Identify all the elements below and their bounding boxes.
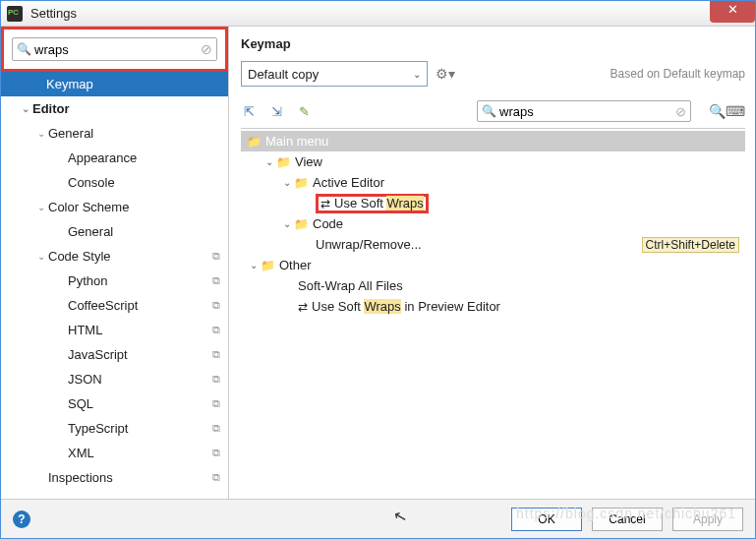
app-icon bbox=[7, 6, 23, 22]
tree-label: TypeScript bbox=[68, 421, 212, 436]
override-icon: ⧉ bbox=[212, 324, 220, 336]
sidebar-item[interactable]: Appearance bbox=[1, 146, 228, 170]
chevron-down-icon: ⌄ bbox=[280, 218, 294, 229]
window-title: Settings bbox=[30, 6, 77, 21]
folder-icon: 📁 bbox=[261, 259, 275, 272]
chevron-down-icon: ⌄ bbox=[413, 69, 421, 80]
sidebar-item[interactable]: CoffeeScript⧉ bbox=[1, 293, 228, 318]
override-icon: ⧉ bbox=[212, 471, 220, 484]
sidebar-item[interactable]: Console bbox=[1, 170, 228, 195]
action-row[interactable]: Soft-Wrap All Files bbox=[241, 275, 745, 296]
sidebar-item[interactable]: Inspections⧉ bbox=[1, 465, 228, 490]
sidebar-item[interactable]: ⌄General bbox=[1, 121, 228, 146]
sidebar: 🔍 ⊘ Keymap⌄Editor⌄GeneralAppearanceConso… bbox=[1, 27, 229, 499]
chevron-down-icon: ⌄ bbox=[280, 177, 294, 188]
dialog-footer: ? OK Cancel Apply bbox=[1, 499, 755, 538]
keymap-toolbar: ⇱ ⇲ ✎ 🔍 ⊘ 🔍⌨ bbox=[241, 100, 745, 129]
folder-row[interactable]: ⌄📁Other bbox=[241, 255, 745, 275]
override-icon: ⧉ bbox=[212, 299, 220, 312]
settings-tree[interactable]: Keymap⌄Editor⌄GeneralAppearanceConsole⌄C… bbox=[1, 72, 228, 499]
keymap-filter[interactable]: 🔍 ⊘ bbox=[477, 100, 691, 122]
override-icon: ⧉ bbox=[212, 397, 220, 410]
expand-all-icon[interactable]: ⇱ bbox=[241, 103, 257, 119]
action-row[interactable]: ⇄Use Soft Wraps in Preview Editor bbox=[241, 296, 745, 317]
settings-search[interactable]: 🔍 ⊘ bbox=[12, 37, 217, 61]
row-label: Active Editor bbox=[313, 175, 745, 190]
override-icon: ⧉ bbox=[212, 422, 220, 435]
keymap-profile-value: Default copy bbox=[248, 67, 319, 82]
action-icon: ⇄ bbox=[298, 300, 308, 314]
row-label: View bbox=[295, 154, 745, 169]
help-button[interactable]: ? bbox=[13, 510, 30, 528]
sidebar-item[interactable]: ⌄Code Style⧉ bbox=[1, 244, 228, 269]
sidebar-item[interactable]: TypeScript⧉ bbox=[1, 416, 228, 441]
gear-icon[interactable]: ⚙▾ bbox=[436, 66, 455, 82]
sidebar-item[interactable]: SQL⧉ bbox=[1, 391, 228, 416]
override-icon: ⧉ bbox=[212, 250, 220, 263]
search-highlight-box: 🔍 ⊘ bbox=[1, 27, 228, 72]
apply-button[interactable]: Apply bbox=[672, 508, 743, 531]
edit-icon[interactable]: ✎ bbox=[296, 103, 312, 119]
folder-icon: 📁 bbox=[276, 155, 291, 169]
action-row[interactable]: ⇄Use Soft Wraps bbox=[241, 193, 745, 213]
keymap-panel: Keymap Default copy ⌄ ⚙▾ Based on Defaul… bbox=[229, 27, 755, 499]
override-icon: ⧉ bbox=[212, 274, 220, 287]
collapse-all-icon[interactable]: ⇲ bbox=[268, 103, 284, 119]
keymap-tree[interactable]: 📁Main menu⌄📁View⌄📁Active Editor⇄Use Soft… bbox=[241, 131, 745, 499]
chevron-down-icon: ⌄ bbox=[262, 156, 276, 167]
sidebar-item[interactable]: General bbox=[1, 219, 228, 244]
keymap-profile-select[interactable]: Default copy ⌄ bbox=[241, 61, 428, 87]
ok-button[interactable]: OK bbox=[511, 508, 582, 531]
sidebar-item[interactable]: HTML⧉ bbox=[1, 318, 228, 342]
shortcut-badge: Ctrl+Shift+Delete bbox=[642, 237, 739, 253]
chevron-down-icon: ⌄ bbox=[34, 202, 48, 212]
sidebar-item[interactable]: Keymap bbox=[1, 72, 228, 96]
tree-label: JSON bbox=[68, 372, 212, 387]
sidebar-item[interactable]: JavaScript⧉ bbox=[1, 342, 228, 367]
tree-label: Python bbox=[68, 273, 212, 288]
chevron-down-icon: ⌄ bbox=[34, 251, 48, 262]
cancel-button[interactable]: Cancel bbox=[592, 508, 663, 531]
sidebar-item[interactable]: ⌄Editor bbox=[1, 96, 228, 121]
search-icon: 🔍 bbox=[482, 104, 496, 118]
tree-label: Appearance bbox=[68, 150, 220, 165]
folder-row[interactable]: ⌄📁Code bbox=[241, 213, 745, 234]
close-button[interactable]: ✕ bbox=[710, 1, 755, 23]
folder-row[interactable]: ⌄📁Active Editor bbox=[241, 172, 745, 193]
row-label: Unwrap/Remove... bbox=[316, 237, 642, 252]
override-icon: ⧉ bbox=[212, 373, 220, 386]
tree-label: General bbox=[68, 224, 220, 239]
sidebar-item[interactable]: Python⧉ bbox=[1, 269, 228, 293]
title-bar: Settings ✕ bbox=[1, 1, 755, 27]
panel-title: Keymap bbox=[241, 36, 745, 51]
sidebar-item[interactable]: XML⧉ bbox=[1, 441, 228, 465]
folder-row[interactable]: ⌄📁View bbox=[241, 151, 745, 172]
chevron-down-icon: ⌄ bbox=[19, 103, 32, 114]
tree-label: CoffeeScript bbox=[68, 298, 212, 313]
override-icon: ⧉ bbox=[212, 447, 220, 459]
settings-search-input[interactable] bbox=[34, 42, 201, 57]
sidebar-item[interactable]: ⌄Color Scheme bbox=[1, 195, 228, 219]
keymap-filter-input[interactable] bbox=[499, 104, 675, 119]
row-label: Other bbox=[279, 258, 745, 272]
tree-label: Keymap bbox=[46, 77, 220, 91]
chevron-down-icon: ⌄ bbox=[34, 128, 48, 139]
row-label: Soft-Wrap All Files bbox=[298, 278, 745, 293]
tree-label: Color Scheme bbox=[48, 200, 220, 214]
tree-label: Console bbox=[68, 175, 220, 190]
override-icon: ⧉ bbox=[212, 348, 220, 361]
clear-search-icon[interactable]: ⊘ bbox=[201, 41, 212, 57]
tree-label: Inspections bbox=[48, 470, 212, 485]
tree-label: JavaScript bbox=[68, 347, 212, 362]
action-row[interactable]: Unwrap/Remove...Ctrl+Shift+Delete bbox=[241, 234, 745, 255]
tree-header[interactable]: 📁Main menu bbox=[241, 131, 745, 151]
row-label: Code bbox=[313, 216, 745, 231]
tree-label: Code Style bbox=[48, 249, 212, 264]
sidebar-item[interactable]: JSON⧉ bbox=[1, 367, 228, 391]
clear-filter-icon[interactable]: ⊘ bbox=[675, 104, 686, 119]
chevron-down-icon: ⌄ bbox=[247, 260, 261, 270]
action-icon: ⇄ bbox=[320, 197, 330, 210]
tree-label: General bbox=[48, 126, 220, 141]
highlight-box: ⇄Use Soft Wraps bbox=[316, 194, 429, 213]
find-by-shortcut-icon[interactable]: 🔍⌨ bbox=[709, 103, 745, 119]
